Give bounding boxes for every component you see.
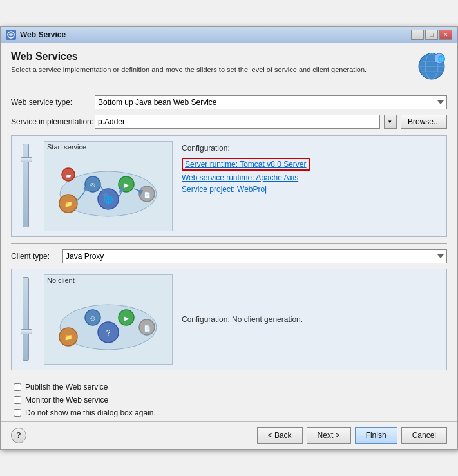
service-type-select[interactable]: Bottom up Java bean Web Service: [95, 95, 447, 109]
svg-text:📁: 📁: [64, 333, 73, 341]
client-slider-thumb[interactable]: [21, 329, 32, 334]
service-type-row: Web service type: Bottom up Java bean We…: [11, 95, 447, 109]
client-diagram: No client 📁 ◎ ? ▶: [44, 274, 173, 365]
svg-text:?: ?: [106, 328, 110, 338]
config-title: Configuration:: [182, 144, 439, 153]
close-button[interactable]: ✕: [439, 30, 452, 40]
service-slider: [17, 141, 35, 231]
button-row: ? < Back Next > Finish Cancel: [1, 421, 457, 449]
window: Web Service ─ □ ✕ Web Services Select a …: [0, 26, 458, 450]
window-icon: [6, 30, 16, 40]
header-section: Web Services Select a service implementa…: [11, 51, 447, 82]
maximize-button[interactable]: □: [425, 30, 438, 40]
main-content: Web Services Select a service implementa…: [1, 43, 457, 417]
cancel-button[interactable]: Cancel: [401, 427, 447, 444]
monitor-checkbox[interactable]: [14, 396, 21, 404]
client-type-select[interactable]: Java Proxy: [62, 249, 447, 263]
svg-text:▶: ▶: [124, 181, 129, 189]
browse-button[interactable]: Browse...: [401, 115, 447, 129]
service-impl-label: Service implementation:: [11, 117, 95, 126]
section-divider-1: [11, 243, 447, 244]
section-divider-2: [11, 377, 447, 377]
config-section: Configuration: Server runtime: Tomcat v8…: [179, 141, 441, 231]
checkboxes-section: Publish the Web service Monitor the Web …: [11, 383, 447, 417]
service-panel: Start service 📁 ◎ 🌐: [11, 135, 447, 237]
svg-text:◎: ◎: [90, 182, 95, 188]
title-bar-controls: ─ □ ✕: [411, 30, 452, 40]
window-title: Web Service: [20, 30, 407, 39]
service-diagram: Start service 📁 ◎ 🌐: [44, 141, 173, 231]
diagram-label: Start service: [44, 142, 172, 152]
next-button[interactable]: Next >: [307, 427, 351, 444]
nav-buttons: < Back Next > Finish Cancel: [257, 427, 447, 444]
svg-text:🌐: 🌐: [437, 55, 446, 63]
slider-track[interactable]: [23, 144, 29, 227]
service-project-link[interactable]: Service project: WebProj: [182, 185, 439, 194]
publish-checkbox[interactable]: [14, 383, 21, 391]
client-slider: [17, 274, 35, 365]
client-slider-track[interactable]: [23, 277, 29, 361]
client-type-label: Client type:: [11, 252, 62, 261]
no-show-checkbox[interactable]: [14, 409, 21, 417]
header-divider: [11, 90, 447, 90]
svg-text:📁: 📁: [64, 200, 73, 208]
finish-button[interactable]: Finish: [355, 427, 397, 444]
header-left: Web Services Select a service implementa…: [11, 51, 410, 75]
client-config-section: Configuration: No client generation.: [179, 274, 441, 365]
monitor-checkbox-row: Monitor the Web service: [11, 395, 447, 405]
service-impl-dropdown[interactable]: ▾: [384, 115, 397, 129]
no-client-config-text: Configuration: No client generation.: [182, 277, 439, 362]
publish-label: Publish the Web service: [25, 383, 108, 392]
server-runtime-link[interactable]: Server runtime: Tomcat v8.0 Server: [182, 158, 310, 171]
title-bar: Web Service ─ □ ✕: [1, 27, 457, 43]
svg-text:📨: 📨: [65, 173, 72, 179]
minimize-button[interactable]: ─: [411, 30, 424, 40]
page-title: Web Services: [11, 51, 410, 62]
service-impl-row: Service implementation: ▾ Browse...: [11, 115, 447, 129]
svg-text:◎: ◎: [90, 315, 95, 321]
service-impl-input[interactable]: [95, 115, 380, 129]
diagram-inner: 📁 ◎ 🌐 ▶ 📄: [44, 152, 172, 223]
slider-thumb[interactable]: [21, 157, 32, 162]
publish-checkbox-row: Publish the Web service: [11, 383, 447, 392]
no-show-checkbox-row: Do not show me this dialog box again.: [11, 408, 447, 417]
no-show-label: Do not show me this dialog box again.: [25, 408, 156, 417]
header-icon: 🌐: [416, 51, 447, 82]
svg-text:📄: 📄: [143, 191, 151, 199]
monitor-label: Monitor the Web service: [25, 395, 108, 405]
client-panel: No client 📁 ◎ ? ▶: [11, 269, 447, 370]
svg-text:🌐: 🌐: [103, 195, 113, 204]
service-type-label: Web service type:: [11, 98, 95, 107]
svg-text:▶: ▶: [124, 314, 129, 322]
web-service-runtime-link[interactable]: Web service runtime: Apache Axis: [182, 173, 439, 182]
svg-text:📄: 📄: [143, 325, 151, 332]
client-type-row: Client type: Java Proxy: [11, 249, 447, 263]
back-button[interactable]: < Back: [257, 427, 303, 444]
client-diagram-label: No client: [44, 275, 172, 285]
header-description: Select a service implementation or defin…: [11, 65, 410, 75]
help-button[interactable]: ?: [11, 428, 26, 443]
client-diagram-inner: 📁 ◎ ? ▶ 📄: [44, 285, 172, 356]
